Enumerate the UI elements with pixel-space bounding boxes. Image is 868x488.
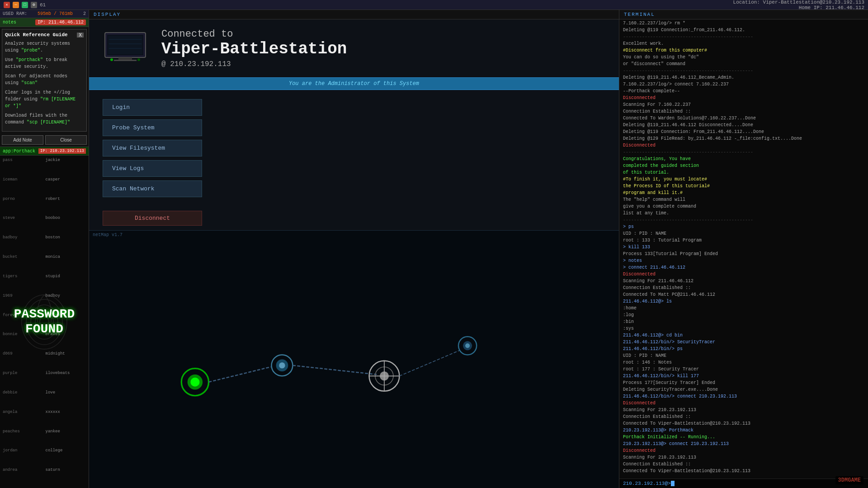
terminal-line: Process 133[Tutorial Program] Ended [623,251,864,257]
svg-line-22 [292,365,377,374]
netmap-label: netMap v1.7 [93,232,123,237]
terminal-line: list at any time. [623,210,864,217]
terminal-line: > ps [623,224,864,230]
password-item: angela [2,409,44,428]
terminal-line: Deleting @129 FileRead: by_211.46.46.112… [623,136,864,142]
terminal-line: :bin [623,319,864,325]
terminal-prompt: 210.23.192.113@> [623,481,671,486]
password-item: booboo [45,215,87,234]
password-item: midnight [45,351,87,370]
connected-to-label: Connected to [161,28,347,40]
password-item: college [45,448,87,467]
add-note-button[interactable]: Add Note [2,135,43,145]
main-layout: USED RAM: 595mb / 761mb 2 notes IP: 211.… [0,10,868,488]
password-item: monica [45,254,87,273]
svg-rect-7 [108,36,142,54]
quick-reference-panel: Quick Reference Guide X Analyze security… [2,29,87,132]
password-item: badboy [2,235,44,254]
titlebar-right: Location: Viper-Battlestation@210.23.192… [733,0,864,10]
quick-ref-header: Quick Reference Guide X [5,32,84,38]
quick-ref-item-5: Download files with the command "scp [FI… [5,112,84,126]
terminal-line: give you a complete command [623,204,864,210]
terminal-line: Deleting @119_211.46.46.112_Became_Admin… [623,75,864,81]
terminal-line: 211.46.46.112@> cd bin [623,332,864,339]
password-item: iceman [2,177,44,196]
quick-ref-close-button[interactable]: X [77,33,84,38]
terminal-line: 7.160.22.237/log/> connect 7.160.22.237 [623,81,864,88]
terminal-line: or "disconnect" command [623,61,864,67]
terminal-line: 211.46.46.112@> ls [623,298,864,305]
minimize-button[interactable]: ─ [13,2,19,8]
login-button[interactable]: Login [103,99,202,116]
terminal-line: Connection Established :: [623,461,864,468]
password-found-overlay: PASSWORDFOUND [14,307,75,337]
terminal-line: 211.46.46.112/bin/> connect 210.23.192.1… [623,393,864,400]
ram-label: USED RAM: [3,11,27,16]
terminal-header: TERMINAL [619,10,868,19]
password-item: andrea [2,467,44,486]
terminal-line: Connected To Matt PC@211.46.46.112 [623,292,864,298]
terminal-line: Connected To Viper-Battlestation@210.23.… [623,468,864,474]
password-item: steve [2,215,44,234]
pid-label: 61 [40,2,46,8]
titlebar-left: ✕ ─ □ ⚙ 61 [4,2,46,8]
terminal-panel: TERMINAL Note: the wildcard "*" indicate… [619,10,868,488]
maximize-button[interactable]: □ [22,2,28,8]
terminal-content: Note: the wildcard "*" indicates'All'.--… [619,19,868,479]
quick-ref-content: Analyze security systems using "probe". … [5,40,84,126]
server-name: Viper-Battlestation [161,40,347,58]
terminal-line: Disconnected [623,95,864,101]
terminal-line: 211.46.46.112/bin/> SecurityTracer [623,339,864,346]
scan-button[interactable]: Scan Network [103,180,202,197]
connected-text: Connected to Viper-Battlestation @ 210.2… [161,28,347,68]
close-button[interactable]: ✕ [4,2,10,8]
titlebar: ✕ ─ □ ⚙ 61 Location: Viper-Battlestation… [0,0,868,10]
password-item: love [45,390,87,409]
terminal-line: > kill 133 [623,244,864,251]
terminal-line: Excellent work. [623,41,864,47]
terminal-line: the Process ID of this tutorial# [623,183,864,190]
display-header: DISPLAY [89,10,619,19]
password-item: debbie [2,390,44,409]
probe-button[interactable]: Probe System [103,119,202,136]
app-bar: app:Porthack IP: 210.23.192.113 [0,147,89,156]
netmap-area: netMap v1.7 [89,230,619,488]
quick-ref-item-1: Analyze security systems using "probe". [5,40,84,54]
terminal-line: root : 146 : Notes [623,360,864,366]
terminal-line: > notes [623,258,864,264]
terminal-line: --Porthack complete-- [623,88,864,95]
logs-button[interactable]: View Logs [103,160,202,177]
password-item: ilovebeats [45,370,87,389]
terminal-line: Disconnected [623,448,864,454]
terminal-line: UID : PID : NAME [623,231,864,237]
terminal-line: 211.46.46.112/bin/> kill 177 [623,373,864,379]
svg-rect-9 [114,60,137,61]
settings-button[interactable]: ⚙ [31,2,37,8]
terminal-input-area[interactable]: 210.23.192.113@> [619,479,868,488]
terminal-line: Connection Established :: [623,414,864,420]
password-panel: PASSWORDFOUND passjackieicemancasperporn… [0,156,89,488]
close-note-button[interactable]: Close [45,135,87,145]
admin-banner: You are the Administrator of this System [89,77,619,90]
terminal-line: 7.160.22.237/log/> rm * [623,20,864,27]
terminal-line: Disconnected [623,400,864,407]
disconnect-button[interactable]: Disconnect [103,211,202,226]
quick-ref-item-3: Scan for adjacent nodes using "scan" [5,73,84,86]
watermark-logo: 3DMGAME [835,476,863,483]
display-panel: DISPLAY Connected to Vi [89,10,619,488]
connected-info: Connected to Viper-Battlestation @ 210.2… [89,19,619,77]
app-ip: IP: 210.23.192.113 [38,148,86,154]
terminal-line: ----------------------------------------… [623,217,864,223]
terminal-line: 211.46.46.112/bin/> ps [623,346,864,352]
ram-bar: USED RAM: 595mb / 761mb 2 [0,10,89,18]
terminal-line: Deleting @119 Connection:_from_211.46.46… [623,27,864,33]
password-item: porno [2,196,44,215]
terminal-line: Congratulations, You have [623,156,864,162]
filesystem-button[interactable]: View Filesystem [103,140,202,156]
password-item: saturn [45,467,87,486]
terminal-line: You can do so using the "dc" [623,54,864,61]
terminal-line: Scanning For 211.46.46.112 [623,278,864,284]
password-item: pass [2,157,44,176]
terminal-line: Disconnected [623,271,864,278]
watermark-text: 3DMGAME [835,476,863,484]
